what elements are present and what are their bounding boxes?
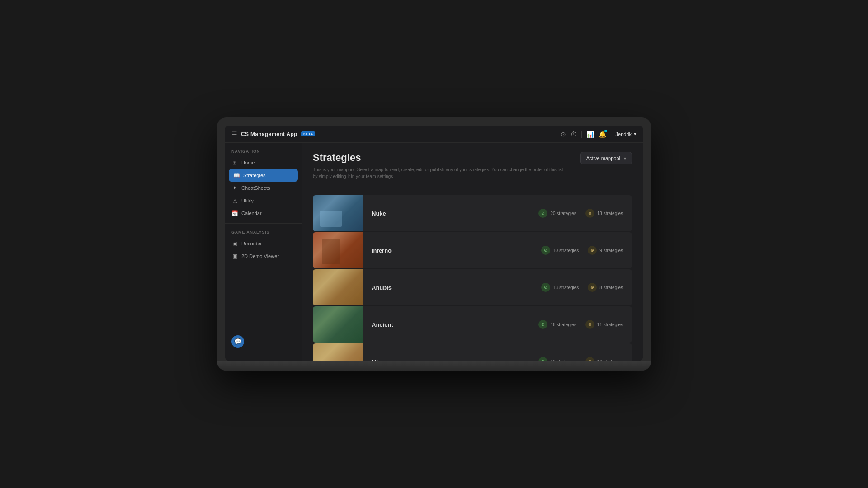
- t-icon: ⊛: [588, 283, 597, 292]
- divider2: [611, 131, 611, 138]
- sidebar-item-label: Utility: [241, 198, 254, 203]
- t-stat: ⊛ 9 strategies: [588, 246, 623, 255]
- t-icon: ⊛: [588, 246, 597, 255]
- analysis-section-label: Game analysis: [225, 230, 302, 235]
- page-title: Strategies: [313, 152, 566, 164]
- mappool-dropdown[interactable]: Active mappool ▾: [580, 152, 632, 164]
- chat-icon: 💬: [234, 338, 241, 345]
- content-header: Strategies This is your mappool. Select …: [313, 152, 632, 188]
- map-stats-mirage: ⊙ 12 strategies ⊛ 14 strategies: [538, 357, 632, 361]
- t-icon: ⊛: [585, 209, 594, 218]
- ct-icon: ⊙: [541, 246, 550, 255]
- ct-stat: ⊙ 12 strategies: [538, 357, 576, 361]
- topbar: ☰ CS Management App BETA ⊙ ⏱ 📊 🔔 Jendrik…: [225, 126, 643, 143]
- ct-count: 13 strategies: [553, 285, 579, 290]
- sidebar-item-label: 2D Demo Viewer: [241, 253, 279, 259]
- ct-stat: ⊙ 16 strategies: [538, 320, 576, 329]
- notification-button[interactable]: 🔔: [599, 131, 606, 138]
- ct-icon: ⊙: [538, 209, 547, 218]
- ct-stat: ⊙ 10 strategies: [541, 246, 579, 255]
- main-layout: Navigation ⊞ Home 📖 Strategies ✦ CheatSh…: [225, 143, 643, 361]
- t-count: 9 strategies: [599, 248, 623, 253]
- t-count: 11 strategies: [597, 322, 623, 327]
- github-icon[interactable]: ⊙: [561, 131, 566, 138]
- t-stat: ⊛ 13 strategies: [585, 209, 623, 218]
- ct-count: 12 strategies: [550, 359, 576, 361]
- t-count: 14 strategies: [597, 359, 623, 361]
- sidebar-item-label: Home: [241, 160, 255, 165]
- recorder-icon: ▣: [231, 240, 238, 247]
- page-header-text: Strategies This is your mappool. Select …: [313, 152, 566, 188]
- map-row[interactable]: Ancient ⊙ 16 strategies ⊛ 11 strategies: [313, 306, 632, 343]
- map-row[interactable]: Inferno ⊙ 10 strategies ⊛ 9 strategies: [313, 232, 632, 268]
- sidebar-item-cheatsheets[interactable]: ✦ CheatSheets: [225, 182, 302, 194]
- ct-icon: ⊙: [538, 320, 547, 329]
- chat-button[interactable]: 💬: [231, 335, 244, 348]
- menu-icon[interactable]: ☰: [231, 131, 237, 138]
- map-name-anubis: Anubis: [363, 284, 541, 291]
- help-icon[interactable]: ⏱: [571, 131, 577, 138]
- sidebar-bottom: 💬: [225, 329, 302, 354]
- sidebar-item-calendar[interactable]: 📅 Calendar: [225, 207, 302, 220]
- t-icon: ⊛: [585, 357, 594, 361]
- ct-icon: ⊙: [538, 357, 547, 361]
- sidebar-item-demo-viewer[interactable]: ▣ 2D Demo Viewer: [225, 250, 302, 263]
- sidebar: Navigation ⊞ Home 📖 Strategies ✦ CheatSh…: [225, 143, 302, 361]
- sidebar-item-home[interactable]: ⊞ Home: [225, 156, 302, 169]
- content-area: Strategies This is your mappool. Select …: [302, 143, 643, 361]
- page-subtitle: This is your mappool. Select a map to re…: [313, 166, 566, 180]
- map-name-inferno: Inferno: [363, 247, 541, 254]
- home-icon: ⊞: [231, 160, 238, 166]
- ct-icon: ⊙: [541, 283, 550, 292]
- map-list: Nuke ⊙ 20 strategies ⊛ 13 strategies: [313, 195, 632, 361]
- ct-stat: ⊙ 13 strategies: [541, 283, 579, 292]
- map-stats-anubis: ⊙ 13 strategies ⊛ 8 strategies: [541, 283, 632, 292]
- beta-badge: BETA: [301, 131, 315, 136]
- t-stat: ⊛ 8 strategies: [588, 283, 623, 292]
- notification-dot: [604, 130, 607, 132]
- map-row[interactable]: Anubis ⊙ 13 strategies ⊛ 8 strategies: [313, 269, 632, 305]
- demo-viewer-icon: ▣: [231, 253, 238, 259]
- thumb-overlay: [313, 343, 363, 361]
- map-stats-nuke: ⊙ 20 strategies ⊛ 13 strategies: [538, 209, 632, 218]
- user-chevron-icon: ▾: [634, 131, 637, 137]
- map-stats-inferno: ⊙ 10 strategies ⊛ 9 strategies: [541, 246, 632, 255]
- sidebar-item-label: Recorder: [241, 241, 262, 246]
- calendar-icon: 📅: [231, 210, 238, 216]
- t-stat: ⊛ 11 strategies: [585, 320, 623, 329]
- map-row[interactable]: Nuke ⊙ 20 strategies ⊛ 13 strategies: [313, 195, 632, 231]
- laptop-frame: ☰ CS Management App BETA ⊙ ⏱ 📊 🔔 Jendrik…: [217, 117, 651, 371]
- ct-stat: ⊙ 20 strategies: [538, 209, 576, 218]
- thumb-overlay: [313, 306, 363, 343]
- map-name-mirage: Mirage: [363, 358, 538, 361]
- cheatsheets-icon: ✦: [231, 185, 238, 191]
- t-count: 13 strategies: [597, 211, 623, 216]
- thumb-overlay: [313, 232, 363, 268]
- app-title: CS Management App: [241, 131, 297, 137]
- sidebar-item-recorder[interactable]: ▣ Recorder: [225, 237, 302, 250]
- t-icon: ⊛: [585, 320, 594, 329]
- thumb-overlay: [313, 195, 363, 231]
- topbar-left: ☰ CS Management App BETA: [231, 131, 315, 138]
- screen: ☰ CS Management App BETA ⊙ ⏱ 📊 🔔 Jendrik…: [225, 126, 643, 361]
- nav-section-label: Navigation: [225, 149, 302, 154]
- sidebar-divider: [225, 223, 302, 224]
- laptop-base: [217, 361, 651, 371]
- ct-count: 20 strategies: [550, 211, 576, 216]
- map-name-ancient: Ancient: [363, 321, 538, 328]
- username-label: Jendrik: [616, 131, 632, 137]
- stats-icon[interactable]: 📊: [586, 131, 594, 138]
- sidebar-item-strategies[interactable]: 📖 Strategies: [229, 169, 298, 182]
- mappool-label: Active mappool: [586, 155, 620, 161]
- map-row[interactable]: Mirage ⊙ 12 strategies ⊛ 14 strategies: [313, 343, 632, 361]
- map-thumbnail-inferno: [313, 232, 363, 268]
- sidebar-item-label: CheatSheets: [241, 185, 270, 191]
- user-menu-button[interactable]: Jendrik ▾: [616, 131, 637, 137]
- sidebar-item-utility[interactable]: △ Utility: [225, 194, 302, 207]
- map-stats-ancient: ⊙ 16 strategies ⊛ 11 strategies: [538, 320, 632, 329]
- sidebar-item-label: Calendar: [241, 211, 262, 216]
- map-thumbnail-anubis: [313, 269, 363, 305]
- utility-icon: △: [231, 197, 238, 204]
- map-thumbnail-nuke: [313, 195, 363, 231]
- dropdown-arrow-icon: ▾: [624, 156, 626, 161]
